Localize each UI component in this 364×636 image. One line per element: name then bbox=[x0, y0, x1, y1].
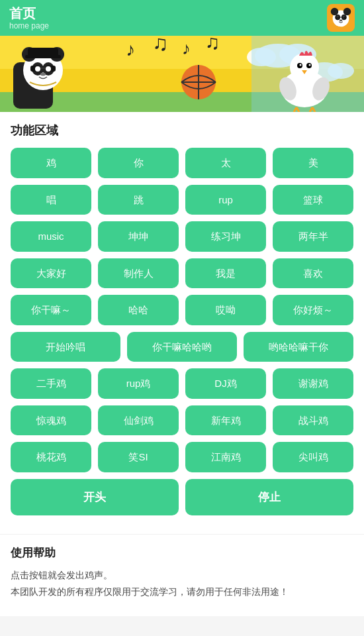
button-grid-row9: 桃花鸡 笑SI 江南鸡 尖叫鸡 bbox=[11, 442, 353, 472]
btn-lianxikun[interactable]: 练习坤 bbox=[185, 221, 266, 252]
button-grid-row1: 鸡 你 太 美 bbox=[11, 148, 353, 178]
start-button[interactable]: 开头 bbox=[11, 479, 179, 515]
btn-jiangnan[interactable]: 江南鸡 bbox=[185, 442, 266, 472]
btn-dajia[interactable]: 大家好 bbox=[11, 258, 91, 289]
svg-point-49 bbox=[309, 64, 311, 66]
btn-taohua[interactable]: 桃花鸡 bbox=[11, 442, 91, 472]
svg-point-48 bbox=[300, 64, 302, 66]
btn-tai[interactable]: 太 bbox=[185, 148, 266, 178]
btn-yohaha[interactable]: 哟哈哈嘛干你 bbox=[244, 332, 353, 362]
btn-xie[interactable]: 谢谢鸡 bbox=[273, 368, 353, 399]
svg-rect-42 bbox=[25, 55, 61, 58]
button-grid-row7: 二手鸡 rup鸡 DJ鸡 谢谢鸡 bbox=[11, 368, 353, 399]
btn-niganma[interactable]: 你干嘛哈哈哟 bbox=[127, 332, 237, 362]
button-grid-row8: 惊魂鸡 仙剑鸡 新年鸡 战斗鸡 bbox=[11, 405, 353, 436]
btn-kunkun[interactable]: 坤坤 bbox=[98, 221, 179, 252]
panda-avatar bbox=[327, 4, 355, 32]
svg-point-38 bbox=[35, 66, 40, 72]
btn-rup[interactable]: rup bbox=[185, 185, 266, 215]
button-grid-row3: music 坤坤 练习坤 两年半 bbox=[11, 221, 353, 252]
btn-music[interactable]: music bbox=[11, 221, 91, 252]
svg-rect-11 bbox=[335, 16, 340, 19]
svg-point-10 bbox=[340, 19, 343, 21]
help-line1: 点击按钮就会发出鸡声。 bbox=[11, 567, 353, 584]
btn-djji[interactable]: DJ鸡 bbox=[185, 368, 266, 399]
svg-text:♪: ♪ bbox=[182, 38, 191, 58]
button-grid-row6: 开始吟唱 你干嘛哈哈哟 哟哈哈嘛干你 bbox=[11, 332, 353, 362]
function-section: 功能区域 鸡 你 太 美 唱 跳 rup 篮球 music 坤坤 练习坤 两年半… bbox=[0, 112, 364, 529]
btn-kaishi[interactable]: 开始吟唱 bbox=[11, 332, 120, 362]
button-grid-row5: 你干嘛～ 哈哈 哎呦 你好烦～ bbox=[11, 295, 353, 325]
btn-xihuan[interactable]: 喜欢 bbox=[273, 258, 353, 289]
btn-zhizuoren[interactable]: 制作人 bbox=[98, 258, 179, 289]
btn-tiao[interactable]: 跳 bbox=[98, 185, 179, 215]
button-grid-row2: 唱 跳 rup 篮球 bbox=[11, 185, 353, 215]
page-title: 首页 bbox=[9, 5, 49, 21]
btn-mei[interactable]: 美 bbox=[273, 148, 353, 178]
svg-point-40 bbox=[40, 73, 46, 76]
btn-woshi[interactable]: 我是 bbox=[185, 258, 266, 289]
btn-xinnian[interactable]: 新年鸡 bbox=[185, 405, 266, 436]
btn-rupji[interactable]: rup鸡 bbox=[98, 368, 179, 399]
btn-jianjiao[interactable]: 尖叫鸡 bbox=[273, 442, 353, 472]
function-section-title: 功能区域 bbox=[11, 123, 353, 138]
help-title: 使用帮助 bbox=[11, 545, 353, 560]
btn-nigan[interactable]: 你干嘛～ bbox=[11, 295, 91, 325]
button-grid-row4: 大家好 制作人 我是 喜欢 bbox=[11, 258, 353, 289]
btn-ni[interactable]: 你 bbox=[98, 148, 179, 178]
btn-chang[interactable]: 唱 bbox=[11, 185, 91, 215]
action-row: 开头 停止 bbox=[11, 479, 353, 515]
banner: ♪ ♫ ♪ ♫ bbox=[0, 36, 364, 112]
help-line2: 本团队开发的所有程序仅限用于交流学习，请勿用于任何非法用途！ bbox=[11, 584, 353, 600]
svg-text:♪: ♪ bbox=[126, 39, 135, 60]
svg-text:♫: ♫ bbox=[152, 36, 168, 55]
btn-zhandou[interactable]: 战斗鸡 bbox=[273, 405, 353, 436]
header: 首页 home page bbox=[0, 0, 364, 36]
btn-jinghun[interactable]: 惊魂鸡 bbox=[11, 405, 91, 436]
btn-nihaofan[interactable]: 你好烦～ bbox=[273, 295, 353, 325]
svg-rect-12 bbox=[342, 16, 347, 19]
btn-xiaosi[interactable]: 笑SI bbox=[98, 442, 179, 472]
page-subtitle: home page bbox=[9, 21, 49, 30]
btn-ji[interactable]: 鸡 bbox=[11, 148, 91, 178]
svg-point-3 bbox=[343, 8, 351, 15]
stop-button[interactable]: 停止 bbox=[185, 479, 353, 515]
svg-text:♫: ♫ bbox=[205, 36, 220, 53]
btn-xianjian[interactable]: 仙剑鸡 bbox=[98, 405, 179, 436]
btn-haha[interactable]: 哈哈 bbox=[98, 295, 179, 325]
main-content: 功能区域 鸡 你 太 美 唱 跳 rup 篮球 music 坤坤 练习坤 两年半… bbox=[0, 112, 364, 616]
help-section: 使用帮助 点击按钮就会发出鸡声。 本团队开发的所有程序仅限用于交流学习，请勿用于… bbox=[0, 534, 364, 616]
svg-point-39 bbox=[46, 66, 51, 72]
svg-point-45 bbox=[290, 53, 319, 82]
btn-ershouji[interactable]: 二手鸡 bbox=[11, 368, 91, 399]
header-left: 首页 home page bbox=[9, 5, 49, 30]
btn-aiyou[interactable]: 哎呦 bbox=[185, 295, 266, 325]
svg-point-2 bbox=[331, 8, 338, 15]
btn-liangnianbana[interactable]: 两年半 bbox=[273, 221, 353, 252]
btn-lanqiu[interactable]: 篮球 bbox=[273, 185, 353, 215]
